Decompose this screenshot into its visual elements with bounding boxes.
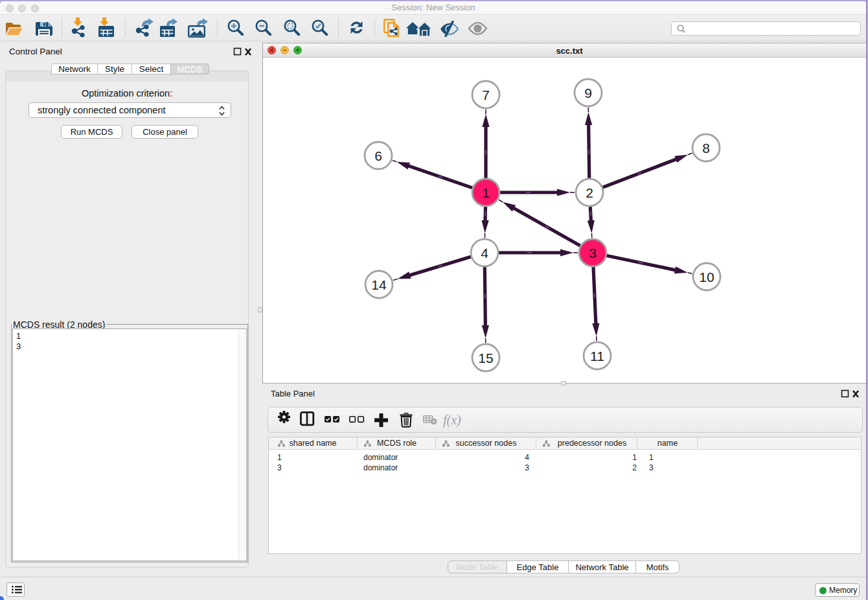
svg-text:10: 10	[699, 270, 714, 284]
svg-text:14: 14	[371, 277, 387, 292]
svg-text:8: 8	[702, 141, 710, 156]
svg-text:15: 15	[478, 351, 493, 365]
svg-text:2: 2	[586, 185, 593, 200]
svg-text:6: 6	[374, 148, 382, 163]
svg-text:3: 3	[589, 246, 597, 260]
svg-text:1: 1	[482, 185, 490, 200]
svg-text:7: 7	[482, 87, 490, 102]
svg-text:4: 4	[481, 246, 488, 260]
svg-text:9: 9	[584, 86, 592, 100]
svg-text:11: 11	[590, 349, 604, 363]
